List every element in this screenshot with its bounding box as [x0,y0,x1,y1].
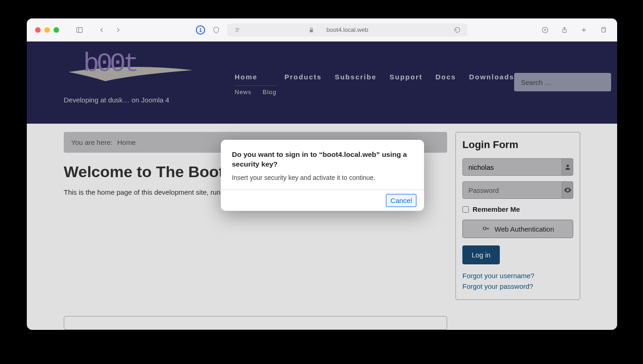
cancel-button[interactable]: Cancel [386,194,417,207]
toolbar-right-icons [540,24,609,36]
svg-rect-11 [602,28,606,32]
lock-icon [306,24,317,36]
onepassword-extension-icon[interactable]: 1 [196,25,205,35]
minimize-window-button[interactable] [44,27,50,33]
dialog-text: Insert your security key and activate it… [232,174,413,181]
back-button[interactable] [96,24,107,36]
download-icon[interactable] [540,24,551,36]
svg-rect-5 [310,30,313,32]
sidebar-icon[interactable] [74,24,85,36]
address-bar[interactable]: boot4.local.web [227,24,467,36]
dialog-title: Do you want to sign in to “boot4.local.w… [232,150,413,169]
new-tab-icon[interactable] [578,24,589,36]
reader-icon[interactable] [232,24,243,36]
maximize-window-button[interactable] [54,27,59,33]
svg-rect-0 [77,27,82,32]
close-window-button[interactable] [35,27,41,33]
address-text: boot4.local.web [327,26,368,33]
reload-icon[interactable] [452,24,463,36]
tabs-icon[interactable] [598,24,609,36]
shield-icon[interactable] [211,24,222,36]
browser-window: 1 boot4.local.web [27,18,617,330]
share-icon[interactable] [559,24,570,36]
forward-button[interactable] [113,24,124,36]
security-key-dialog: Do you want to sign in to “boot4.local.w… [221,140,424,211]
browser-toolbar: 1 boot4.local.web [27,18,617,42]
window-controls [35,27,59,33]
